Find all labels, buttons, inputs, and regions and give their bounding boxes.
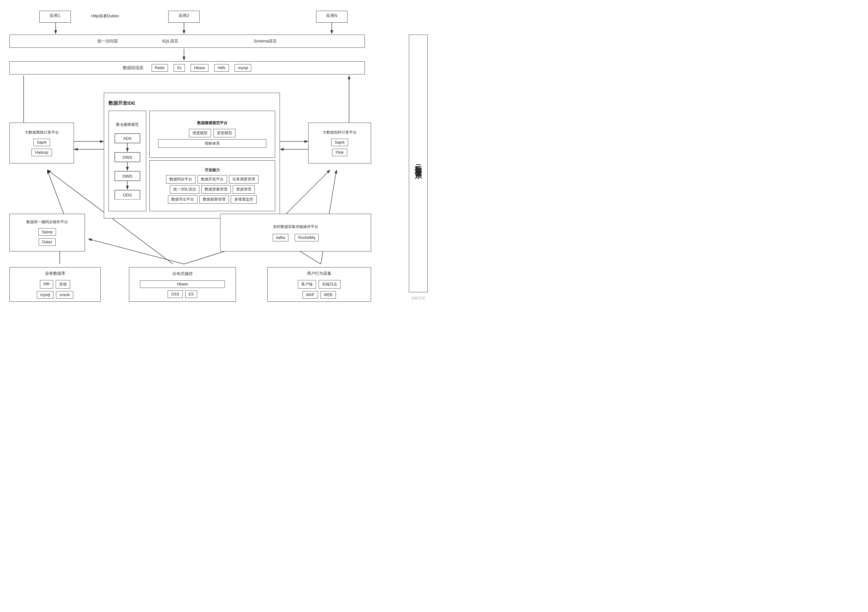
svg-text:DWD: DWD <box>122 174 132 179</box>
data-export-box: 数据导出平台 <box>168 195 197 204</box>
warehouse-spec-arrows: ADS DWS DWD ODS <box>110 130 145 199</box>
hbase-storage-box: Hbase <box>140 280 225 288</box>
data-dev-platform-box: 数据开发平台 <box>197 175 227 184</box>
offline-compute-box: 大数据离线计算平台 Saprk Hadoop <box>9 122 74 164</box>
star-model-box: 星型模型 <box>214 129 236 138</box>
client-box: 客户端 <box>298 280 316 289</box>
meta-data-label: 元数据体系 <box>409 35 428 292</box>
rocketmq-box: RocketMq <box>294 234 319 241</box>
datax-box: Datax <box>39 238 55 246</box>
mysql-backflow-box: mysql <box>235 64 251 72</box>
hdfs-box: Hdfs <box>214 64 229 72</box>
wap-box: WAP <box>302 291 318 298</box>
svg-line-14 <box>47 170 66 220</box>
data-backflow-box: 数据回流层 Redis Es Hbase Hdfs mysql <box>9 61 365 74</box>
backend-log-box: 后端日志 <box>319 280 341 289</box>
realtime-compute-box: 大数据实时计算平台 Saprk Flink <box>308 122 371 164</box>
data-auth-box: 数据权限管理 <box>199 195 229 204</box>
redis-box: Redis <box>152 64 168 72</box>
app1-box: 应用1 <box>39 11 71 23</box>
data-dev-ide-title: 数据开发IDE <box>108 100 135 106</box>
flink-box: Flink <box>332 149 347 156</box>
spark-offline-box: Saprk <box>33 139 50 146</box>
data-dev-ide-box: 数据开发IDE 数仓建模规范 ADS DWS <box>104 93 280 218</box>
kafka-box: kafka <box>273 234 289 241</box>
svg-text:DWS: DWS <box>122 155 132 160</box>
data-sync-box: 数据同步平台 <box>166 175 195 184</box>
svg-line-13 <box>88 239 184 264</box>
es-box: Es <box>174 64 185 72</box>
dim-model-box: 维度模型 <box>189 129 211 138</box>
web-box: WEB <box>321 291 336 298</box>
index-system-box: 指标体系 <box>158 139 267 148</box>
other-box: 其他 <box>56 280 70 289</box>
saprk-realtime-box: Saprk <box>331 139 348 146</box>
oracle-box: oracle <box>56 291 73 298</box>
task-schedule-box: 任务调度管理 <box>229 175 259 184</box>
warehouse-spec-box: 数仓建模规范 ADS DWS DWD <box>108 111 146 211</box>
svg-line-18 <box>280 170 330 220</box>
es-storage-box: ES <box>185 291 197 298</box>
unified-sdl-box: 统一SDL语法 <box>170 185 199 194</box>
multi-dim-monitor-box: 多维度监控 <box>231 195 257 204</box>
sqoop-box: Sqoop <box>38 228 56 236</box>
watermark: 创赋互联 <box>411 296 425 300</box>
db-sync-box: 数据库一键同步操作平台 Sqoop Datax <box>9 214 85 252</box>
dev-capability-box: 开发能力 数据同步平台 数据开发平台 任务调度管理 统一SDL语法 数据质量管理… <box>149 160 275 211</box>
hadoop-box: Hadoop <box>31 149 51 156</box>
biz-db-box: 业务数据库 tidb 其他 mysql oracle <box>9 267 101 302</box>
distributed-storage-box: 分布式储存 Hbase OSS ES <box>129 267 236 302</box>
svg-text:ODS: ODS <box>123 193 132 198</box>
diagram-container: 应用1 Http或者Dubbo 应用2 应用N 统一访问层 SQL语言 Sche… <box>6 6 428 302</box>
appN-box: 应用N <box>316 11 347 23</box>
svg-text:ADS: ADS <box>123 136 132 141</box>
tidb-box: tidb <box>40 280 53 289</box>
resource-manage-box: 资源管理 <box>233 185 255 194</box>
unified-access-box: 统一访问层 SQL语言 Schema语言 <box>9 35 365 48</box>
http-dubbo-label: Http或者Dubbo <box>91 13 119 19</box>
oss-box: OSS <box>167 291 182 298</box>
data-quality-box: 数据质量管理 <box>201 185 231 194</box>
app2-box: 应用2 <box>168 11 200 23</box>
realtime-collect-box: 实时数据采集传输操作平台 kafka RocketMq <box>220 214 371 252</box>
hbase-backflow-box: Hbase <box>191 64 209 72</box>
user-behavior-box: 用户行为采集 客户端 后端日志 WAP WEB <box>267 267 371 302</box>
modeling-platform-box: 数据建模规范平台 维度模型 星型模型 指标体系 <box>149 111 275 158</box>
mysql-biz-box: mysql <box>37 291 53 298</box>
